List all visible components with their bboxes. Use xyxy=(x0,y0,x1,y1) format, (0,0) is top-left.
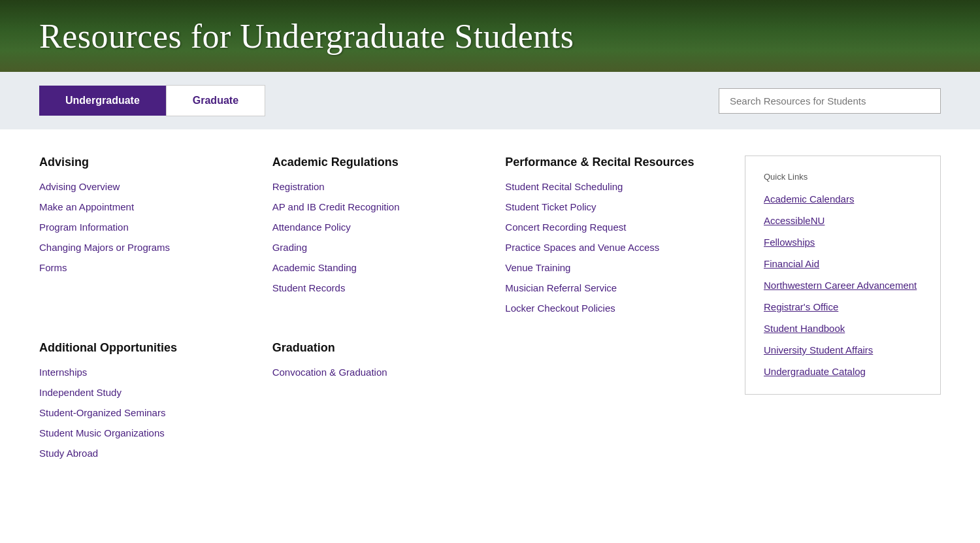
link-student-music-organizations[interactable]: Student Music Organizations xyxy=(39,427,165,438)
link-attendance-policy[interactable]: Attendance Policy xyxy=(272,222,351,233)
list-item[interactable]: Student Music Organizations xyxy=(39,426,253,440)
link-forms[interactable]: Forms xyxy=(39,262,67,273)
section-advising-title: Advising xyxy=(39,156,253,169)
link-independent-study[interactable]: Independent Study xyxy=(39,387,122,398)
link-ap-ib-credit[interactable]: AP and IB Credit Recognition xyxy=(272,201,400,212)
list-item[interactable]: Student Handbook xyxy=(764,321,922,335)
link-student-records[interactable]: Student Records xyxy=(272,282,346,293)
link-accessiblenu[interactable]: AccessibleNU xyxy=(764,215,825,226)
list-item[interactable]: Fellowships xyxy=(764,235,922,249)
list-item[interactable]: AP and IB Credit Recognition xyxy=(272,200,486,214)
tab-undergraduate[interactable]: Undergraduate xyxy=(39,86,166,116)
page-title: Resources for Undergraduate Students xyxy=(39,17,574,56)
list-item[interactable]: Grading xyxy=(272,240,486,254)
list-item[interactable]: Independent Study xyxy=(39,386,253,399)
section-additional-opportunities-links: Internships Independent Study Student-Or… xyxy=(39,365,253,460)
list-item[interactable]: Northwestern Career Advancement xyxy=(764,278,922,292)
section-advising-links: Advising Overview Make an Appointment Pr… xyxy=(39,180,253,274)
link-practice-spaces[interactable]: Practice Spaces and Venue Access xyxy=(505,242,659,253)
link-changing-majors[interactable]: Changing Majors or Programs xyxy=(39,242,170,253)
link-student-recital-scheduling[interactable]: Student Recital Scheduling xyxy=(505,181,623,192)
list-item[interactable]: Musician Referral Service xyxy=(505,281,719,295)
link-locker-checkout[interactable]: Locker Checkout Policies xyxy=(505,303,615,314)
link-registrars-office[interactable]: Registrar's Office xyxy=(764,301,838,312)
list-item[interactable]: Undergraduate Catalog xyxy=(764,365,922,378)
section-academic-regulations-title: Academic Regulations xyxy=(272,156,486,169)
list-item[interactable]: Practice Spaces and Venue Access xyxy=(505,240,719,254)
section-performance-recital-links: Student Recital Scheduling Student Ticke… xyxy=(505,180,719,315)
list-item[interactable]: Student-Organized Seminars xyxy=(39,406,253,420)
list-item[interactable]: Student Recital Scheduling xyxy=(505,180,719,193)
section-graduation-title: Graduation xyxy=(272,341,486,355)
list-item[interactable]: Academic Standing xyxy=(272,261,486,274)
list-item[interactable]: Concert Recording Request xyxy=(505,220,719,234)
list-item[interactable]: Student Ticket Policy xyxy=(505,200,719,214)
link-northwestern-career[interactable]: Northwestern Career Advancement xyxy=(764,280,917,291)
main-content: Advising Advising Overview Make an Appoi… xyxy=(0,129,980,486)
link-fellowships[interactable]: Fellowships xyxy=(764,237,815,248)
tab-bar: Undergraduate Graduate xyxy=(0,72,980,129)
link-venue-training[interactable]: Venue Training xyxy=(505,262,570,273)
section-advising: Advising Advising Overview Make an Appoi… xyxy=(39,156,253,315)
link-grading[interactable]: Grading xyxy=(272,242,307,253)
link-musician-referral[interactable]: Musician Referral Service xyxy=(505,282,617,293)
link-student-handbook[interactable]: Student Handbook xyxy=(764,323,845,334)
link-study-abroad[interactable]: Study Abroad xyxy=(39,448,98,459)
quick-links-list: Academic Calendars AccessibleNU Fellowsh… xyxy=(764,192,922,378)
link-academic-calendars[interactable]: Academic Calendars xyxy=(764,193,854,205)
hero-banner: Resources for Undergraduate Students xyxy=(0,0,980,72)
list-item[interactable]: Academic Calendars xyxy=(764,192,922,206)
list-item[interactable]: Make an Appointment xyxy=(39,200,253,214)
list-item[interactable]: Advising Overview xyxy=(39,180,253,193)
tab-graduate[interactable]: Graduate xyxy=(166,85,265,116)
list-item[interactable]: Study Abroad xyxy=(39,446,253,460)
list-item[interactable]: Locker Checkout Policies xyxy=(505,301,719,315)
section-academic-regulations-links: Registration AP and IB Credit Recognitio… xyxy=(272,180,486,295)
section-additional-opportunities: Additional Opportunities Internships Ind… xyxy=(39,341,253,460)
list-item[interactable]: Registrar's Office xyxy=(764,300,922,314)
section-academic-regulations: Academic Regulations Registration AP and… xyxy=(272,156,486,315)
section-performance-recital: Performance & Recital Resources Student … xyxy=(505,156,719,315)
list-item[interactable]: Program Information xyxy=(39,220,253,234)
list-item[interactable]: AccessibleNU xyxy=(764,214,922,227)
list-item[interactable]: Attendance Policy xyxy=(272,220,486,234)
list-item[interactable]: Registration xyxy=(272,180,486,193)
link-student-ticket-policy[interactable]: Student Ticket Policy xyxy=(505,201,596,212)
link-registration[interactable]: Registration xyxy=(272,181,325,192)
list-item[interactable]: Changing Majors or Programs xyxy=(39,240,253,254)
quick-links-title: Quick Links xyxy=(764,172,922,182)
link-program-information[interactable]: Program Information xyxy=(39,222,129,233)
list-item[interactable]: Financial Aid xyxy=(764,257,922,271)
section-performance-recital-title: Performance & Recital Resources xyxy=(505,156,719,169)
section-additional-opportunities-title: Additional Opportunities xyxy=(39,341,253,355)
link-university-student-affairs[interactable]: University Student Affairs xyxy=(764,344,873,355)
link-undergraduate-catalog[interactable]: Undergraduate Catalog xyxy=(764,366,866,377)
quick-links-box: Quick Links Academic Calendars Accessibl… xyxy=(745,156,941,395)
list-item[interactable]: Student Records xyxy=(272,281,486,295)
link-convocation-graduation[interactable]: Convocation & Graduation xyxy=(272,367,387,378)
section-graduation: Graduation Convocation & Graduation xyxy=(272,341,486,460)
sections-grid: Advising Advising Overview Make an Appoi… xyxy=(39,156,719,460)
link-make-appointment[interactable]: Make an Appointment xyxy=(39,201,134,212)
section-graduation-links: Convocation & Graduation xyxy=(272,365,486,379)
list-item[interactable]: Convocation & Graduation xyxy=(272,365,486,379)
list-item[interactable]: Internships xyxy=(39,365,253,379)
search-input[interactable] xyxy=(719,88,941,114)
list-item[interactable]: Venue Training xyxy=(505,261,719,274)
list-item[interactable]: University Student Affairs xyxy=(764,343,922,357)
link-academic-standing[interactable]: Academic Standing xyxy=(272,262,357,273)
link-student-organized-seminars[interactable]: Student-Organized Seminars xyxy=(39,407,165,418)
link-internships[interactable]: Internships xyxy=(39,367,87,378)
link-advising-overview[interactable]: Advising Overview xyxy=(39,181,120,192)
list-item[interactable]: Forms xyxy=(39,261,253,274)
link-financial-aid[interactable]: Financial Aid xyxy=(764,258,819,269)
link-concert-recording[interactable]: Concert Recording Request xyxy=(505,222,626,233)
